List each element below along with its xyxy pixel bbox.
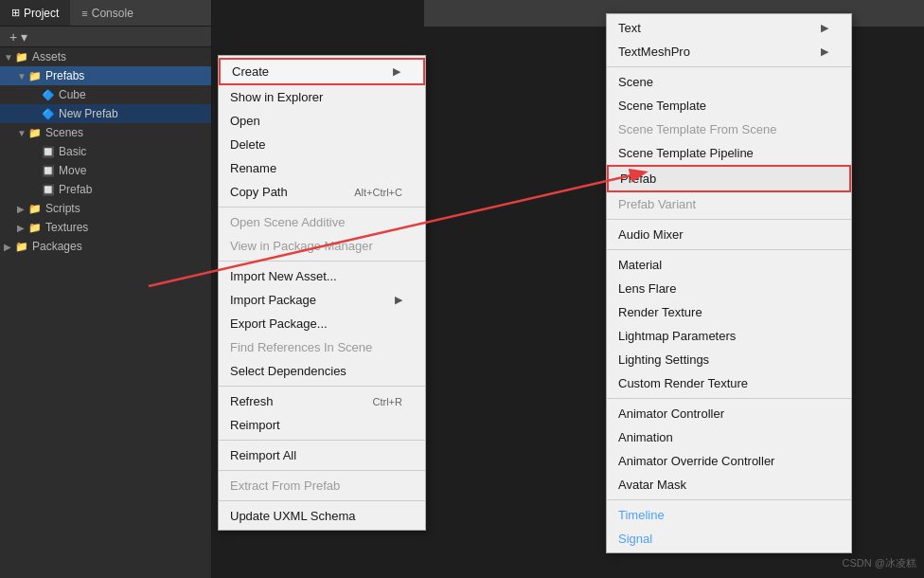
project-icon: ⊞ xyxy=(11,7,20,19)
tab-console[interactable]: ≡ Console xyxy=(70,0,144,26)
submenu-item-scene-template-pipeline[interactable]: Scene Template Pipeline xyxy=(607,141,851,165)
menu-item-label: Select Dependencies xyxy=(230,364,346,378)
submenu-item-animation[interactable]: Animation xyxy=(607,425,851,449)
tree-label: Prefabs xyxy=(45,69,84,82)
tree-label: Assets xyxy=(32,50,66,63)
submenu-separator xyxy=(607,66,851,67)
tree-item-move[interactable]: 🔲Move xyxy=(0,161,211,180)
menu-item-label: Extract From Prefab xyxy=(230,479,340,493)
menu-item-label: Export Package... xyxy=(230,316,328,331)
submenu-item-animator-override-controller[interactable]: Animator Override Controller xyxy=(607,449,851,473)
submenu-item-render-texture[interactable]: Render Texture xyxy=(607,300,851,324)
menu-item-label: Show in Explorer xyxy=(230,90,323,104)
submenu-item-label: TextMeshPro xyxy=(618,45,690,59)
submenu-item-prefab[interactable]: Prefab xyxy=(607,165,851,192)
menu-item-label: Delete xyxy=(230,137,266,152)
tree-item-textures[interactable]: ▶📁Textures xyxy=(0,218,211,237)
menu-shortcut: Alt+Ctrl+C xyxy=(354,187,402,198)
submenu-arrow-icon: ▶ xyxy=(395,294,402,306)
menu-item-export-package-[interactable]: Export Package... xyxy=(219,312,425,335)
file-tree: ▼📁Assets▼📁Prefabs🔷Cube🔷New Prefab▼📁Scene… xyxy=(0,47,211,256)
menu-separator xyxy=(219,386,425,387)
sidebar-toolbar: + ▾ xyxy=(0,27,211,47)
submenu-item-label: Prefab xyxy=(620,172,656,186)
submenu-item-animator-controller[interactable]: Animator Controller xyxy=(607,402,851,425)
tree-item-cube[interactable]: 🔷Cube xyxy=(0,85,211,104)
submenu-item-textmeshpro[interactable]: TextMeshPro▶ xyxy=(607,40,851,63)
submenu-item-scene-template-from-scene: Scene Template From Scene xyxy=(607,117,851,141)
menu-item-refresh[interactable]: RefreshCtrl+R xyxy=(219,389,425,413)
menu-item-label: Import Package xyxy=(230,293,316,307)
menu-item-label: Copy Path xyxy=(230,185,288,199)
menu-item-reimport[interactable]: Reimport xyxy=(219,413,425,437)
menu-item-import-new-asset-[interactable]: Import New Asset... xyxy=(219,264,425,288)
menu-item-label: Import New Asset... xyxy=(230,269,337,283)
submenu-item-audio-mixer[interactable]: Audio Mixer xyxy=(607,223,851,246)
watermark: CSDN @冰凌糕 xyxy=(843,556,916,570)
menu-item-open[interactable]: Open xyxy=(219,109,425,133)
submenu-item-lighting-settings[interactable]: Lighting Settings xyxy=(607,348,851,371)
menu-item-label: Open xyxy=(230,114,260,128)
tree-item-prefab[interactable]: 🔲Prefab xyxy=(0,180,211,199)
submenu-item-avatar-mask[interactable]: Avatar Mask xyxy=(607,473,851,497)
menu-item-label: Create xyxy=(232,64,269,79)
submenu-separator xyxy=(607,219,851,220)
tree-label: New Prefab xyxy=(59,107,118,120)
submenu-item-label: Scene xyxy=(618,75,653,89)
tree-item-basic[interactable]: 🔲Basic xyxy=(0,142,211,161)
submenu-item-label: Custom Render Texture xyxy=(618,376,748,390)
menu-item-copy-path[interactable]: Copy PathAlt+Ctrl+C xyxy=(219,180,425,204)
submenu-item-label: Avatar Mask xyxy=(618,478,686,492)
add-button[interactable]: + ▾ xyxy=(6,29,31,45)
submenu-item-scene-template[interactable]: Scene Template xyxy=(607,94,851,117)
submenu-item-label: Animator Controller xyxy=(618,406,724,421)
tree-item-scripts[interactable]: ▶📁Scripts xyxy=(0,199,211,218)
submenu-item-lens-flare[interactable]: Lens Flare xyxy=(607,277,851,300)
menu-item-label: Reimport xyxy=(230,418,280,432)
submenu-item-label: Lightmap Parameters xyxy=(618,329,736,343)
menu-item-find-references-in-scene: Find References In Scene xyxy=(219,335,425,359)
tree-label: Scenes xyxy=(45,126,83,139)
tree-item-new-prefab[interactable]: 🔷New Prefab xyxy=(0,104,211,123)
menu-item-import-package[interactable]: Import Package▶ xyxy=(219,288,425,312)
menu-item-label: Refresh xyxy=(230,394,274,408)
scene-icon: 🔲 xyxy=(42,184,55,196)
tree-item-assets[interactable]: ▼📁Assets xyxy=(0,47,211,66)
menu-item-update-uxml-schema[interactable]: Update UXML Schema xyxy=(219,504,425,528)
tree-arrow: ▶ xyxy=(17,223,28,233)
menu-item-reimport-all[interactable]: Reimport All xyxy=(219,443,425,467)
tree-arrow: ▶ xyxy=(4,242,15,252)
menu-item-label: Find References In Scene xyxy=(230,340,372,354)
submenu-arrow-icon: ▶ xyxy=(393,65,400,78)
submenu-separator xyxy=(607,499,851,500)
menu-item-label: Update UXML Schema xyxy=(230,509,355,523)
menu-item-rename[interactable]: Rename xyxy=(219,156,425,180)
menu-item-create[interactable]: Create▶ xyxy=(219,58,425,85)
menu-separator xyxy=(219,207,425,208)
menu-item-show-in-explorer[interactable]: Show in Explorer xyxy=(219,85,425,109)
menu-item-view-in-package-manager: View in Package Manager xyxy=(219,234,425,258)
submenu-item-timeline[interactable]: Timeline xyxy=(607,503,851,527)
menu-separator xyxy=(219,470,425,471)
folder-icon: 📁 xyxy=(28,203,42,215)
prefab-icon: 🔷 xyxy=(42,108,55,120)
menu-item-select-dependencies[interactable]: Select Dependencies xyxy=(219,359,425,383)
tree-item-packages[interactable]: ▶📁Packages xyxy=(0,237,211,256)
prefab-icon: 🔷 xyxy=(42,89,55,101)
submenu-item-label: Audio Mixer xyxy=(618,227,684,242)
tree-label: Cube xyxy=(59,88,86,101)
submenu-item-lightmap-parameters[interactable]: Lightmap Parameters xyxy=(607,324,851,348)
submenu-item-material[interactable]: Material xyxy=(607,253,851,277)
submenu-arrow-icon: ▶ xyxy=(821,45,828,58)
submenu-item-scene[interactable]: Scene xyxy=(607,70,851,94)
menu-item-delete[interactable]: Delete xyxy=(219,133,425,156)
menu-separator xyxy=(219,500,425,501)
submenu-item-signal[interactable]: Signal xyxy=(607,527,851,551)
submenu-item-text[interactable]: Text▶ xyxy=(607,16,851,40)
tree-item-prefabs[interactable]: ▼📁Prefabs xyxy=(0,66,211,85)
tab-project[interactable]: ⊞ Project xyxy=(0,0,70,26)
tree-item-scenes[interactable]: ▼📁Scenes xyxy=(0,123,211,142)
submenu-item-custom-render-texture[interactable]: Custom Render Texture xyxy=(607,371,851,395)
submenu-item-label: Material xyxy=(618,258,662,272)
submenu-item-label: Text xyxy=(618,21,641,35)
